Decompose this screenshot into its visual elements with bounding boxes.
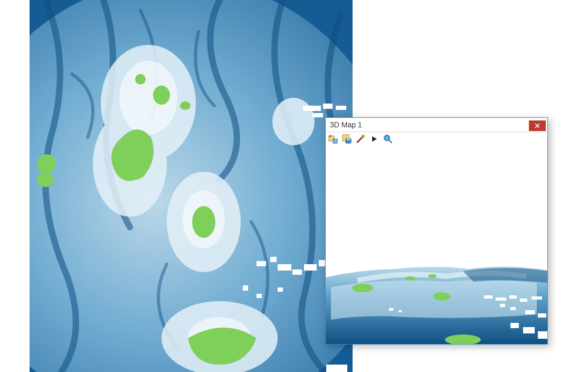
svg-rect-50 [510,307,516,310]
svg-rect-20 [257,261,266,266]
options-button[interactable] [355,134,366,144]
svg-rect-17 [323,104,333,109]
svg-rect-23 [292,269,302,275]
panel-3d-map: 3D Map 1 [325,117,548,345]
svg-rect-28 [257,294,262,298]
svg-rect-45 [496,297,506,301]
svg-rect-19 [312,113,323,117]
panel-toolbar: i [326,132,547,146]
svg-point-10 [153,86,170,105]
panel-titlebar[interactable]: 3D Map 1 [326,118,547,132]
svg-point-13 [192,206,215,238]
svg-rect-16 [303,106,321,111]
svg-rect-48 [532,296,542,300]
identify-icon: i [383,134,393,144]
svg-rect-24 [304,264,317,271]
svg-point-11 [135,74,146,85]
play-icon [371,135,378,143]
svg-point-12 [180,101,191,110]
svg-point-15 [37,172,54,187]
terrain-map-2d[interactable] [30,0,353,372]
svg-rect-35 [347,138,350,140]
svg-point-36 [362,135,365,138]
close-icon [535,123,540,128]
svg-rect-21 [270,257,277,262]
svg-rect-22 [278,264,291,271]
options-icon [356,134,365,144]
svg-rect-54 [523,327,535,333]
svg-rect-55 [538,331,547,339]
svg-rect-51 [525,310,535,314]
save-image-button[interactable] [342,134,352,144]
identify-button[interactable]: i [383,134,393,144]
svg-rect-44 [484,295,492,299]
svg-rect-49 [500,304,505,307]
svg-point-14 [37,154,56,173]
svg-point-6 [272,98,315,145]
svg-rect-57 [399,310,402,312]
svg-point-41 [428,274,437,278]
svg-rect-47 [520,299,527,302]
panel-3d-viewport[interactable] [326,145,547,344]
play-button[interactable] [369,134,380,144]
panel-title: 3D Map 1 [326,118,529,131]
svg-rect-32 [333,139,337,143]
svg-text:i: i [386,136,387,141]
close-button[interactable] [529,120,546,131]
svg-rect-52 [538,313,546,318]
svg-rect-30 [326,365,347,372]
svg-rect-46 [509,295,517,299]
svg-point-39 [352,284,373,292]
svg-point-40 [405,276,415,281]
save-image-icon [342,134,352,144]
svg-rect-27 [243,285,248,291]
svg-rect-53 [510,323,519,328]
svg-rect-29 [278,287,283,292]
svg-rect-56 [389,308,393,311]
svg-point-42 [433,292,450,301]
svg-rect-18 [336,106,346,110]
set-camera-icon [328,134,338,144]
set-camera-button[interactable] [328,134,338,144]
